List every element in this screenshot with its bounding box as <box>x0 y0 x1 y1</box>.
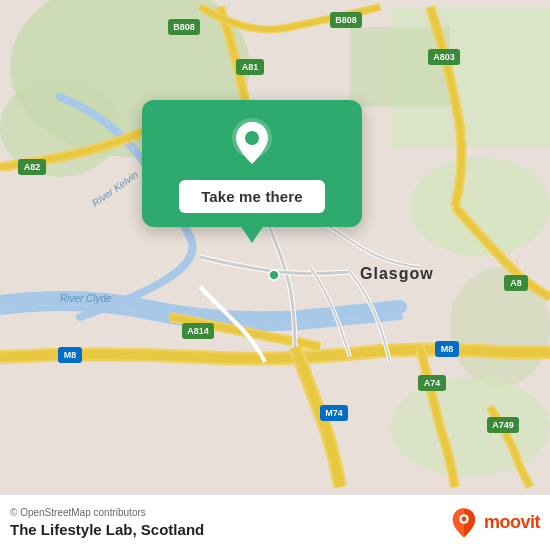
moovit-logo: moovit <box>448 507 540 539</box>
app-container: A82 A81 B808 B808 A803 M8 M8 M74 <box>0 0 550 550</box>
location-pin-icon <box>226 118 278 170</box>
svg-text:M74: M74 <box>325 408 343 418</box>
svg-text:A81: A81 <box>242 62 259 72</box>
svg-text:M8: M8 <box>64 350 77 360</box>
popup-card: Take me there <box>142 100 362 227</box>
svg-text:B808: B808 <box>335 15 357 25</box>
map-background: A82 A81 B808 B808 A803 M8 M8 M74 <box>0 0 550 494</box>
svg-text:A814: A814 <box>187 326 209 336</box>
svg-point-37 <box>245 131 259 145</box>
svg-text:B808: B808 <box>173 22 195 32</box>
svg-text:River Clyde: River Clyde <box>60 293 112 304</box>
osm-attribution: © OpenStreetMap contributors <box>10 507 204 518</box>
moovit-text: moovit <box>484 512 540 533</box>
svg-point-7 <box>390 377 550 477</box>
svg-text:M8: M8 <box>441 344 454 354</box>
location-name: The Lifestyle Lab, Scotland <box>10 521 204 538</box>
take-me-there-button[interactable]: Take me there <box>179 180 325 213</box>
svg-point-35 <box>269 270 279 280</box>
svg-text:A74: A74 <box>424 378 441 388</box>
svg-point-39 <box>462 516 467 521</box>
svg-text:A8: A8 <box>510 278 522 288</box>
bottom-left-info: © OpenStreetMap contributors The Lifesty… <box>10 507 204 538</box>
svg-text:A82: A82 <box>24 162 41 172</box>
svg-text:Glasgow: Glasgow <box>360 265 434 282</box>
bottom-bar: © OpenStreetMap contributors The Lifesty… <box>0 494 550 550</box>
svg-text:A749: A749 <box>492 420 514 430</box>
svg-text:A803: A803 <box>433 52 455 62</box>
map-area: A82 A81 B808 B808 A803 M8 M8 M74 <box>0 0 550 494</box>
moovit-logo-icon <box>448 507 480 539</box>
